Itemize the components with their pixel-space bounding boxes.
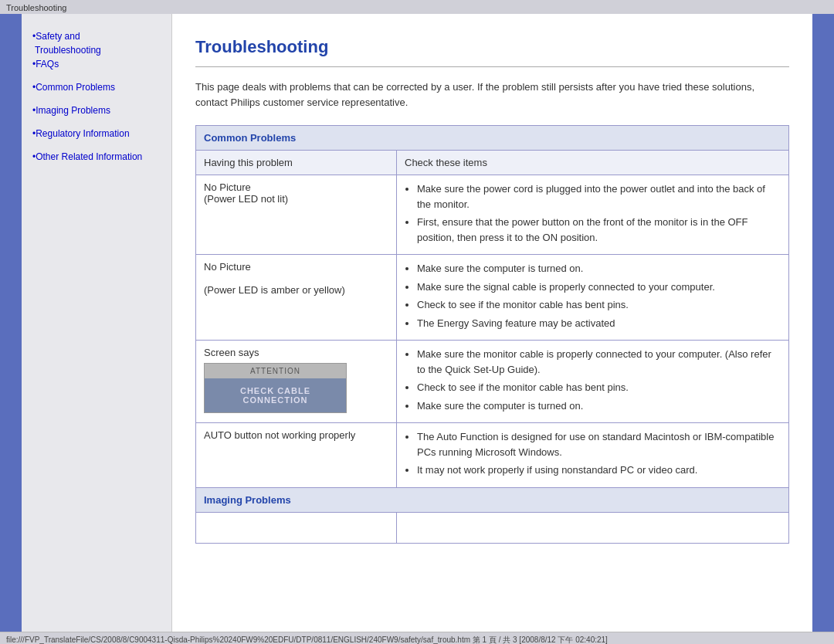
imaging-problems-section-header: Imaging Problems bbox=[196, 487, 789, 512]
solution-no-picture-led-amber: Make sure the computer is turned on. Mak… bbox=[397, 255, 789, 341]
column-header-row: Having this problem Check these items bbox=[196, 151, 789, 175]
sidebar-item-imaging-problems[interactable]: •Imaging Problems bbox=[32, 103, 164, 117]
sidebar: •Safety and Troubleshooting •FAQs •Commo… bbox=[22, 14, 172, 632]
table-row: No Picture(Power LED is amber or yellow)… bbox=[196, 255, 789, 341]
imaging-placeholder-problem bbox=[196, 512, 397, 543]
solution-check-cable: Make sure the monitor cable is properly … bbox=[397, 341, 789, 423]
sidebar-item-safety[interactable]: •Safety and Troubleshooting bbox=[32, 29, 164, 57]
problem-screen-says: Screen says ATTENTION CHECK CABLE CONNEC… bbox=[196, 341, 397, 423]
table-row: Screen says ATTENTION CHECK CABLE CONNEC… bbox=[196, 341, 789, 423]
sidebar-group-regulatory: •Regulatory Information bbox=[32, 127, 164, 141]
table-row: No Picture(Power LED not lit) Make sure … bbox=[196, 175, 789, 255]
right-accent-bar bbox=[812, 14, 834, 632]
status-bar-text: file:///FVP_TranslateFile/CS/2008/8/C900… bbox=[6, 636, 608, 644]
sidebar-group-safety: •Safety and Troubleshooting •FAQs bbox=[32, 29, 164, 71]
status-bar: file:///FVP_TranslateFile/CS/2008/8/C900… bbox=[0, 632, 834, 644]
common-problems-header-row: Common Problems bbox=[196, 126, 789, 151]
content-area: Troubleshooting This page deals with pro… bbox=[172, 14, 812, 632]
page-title: Troubleshooting bbox=[195, 37, 789, 57]
left-accent-bar bbox=[0, 14, 22, 632]
table-row: AUTO button not working properly The Aut… bbox=[196, 423, 789, 488]
col-header-solution: Check these items bbox=[397, 151, 789, 175]
problem-no-picture-led-amber: No Picture(Power LED is amber or yellow) bbox=[196, 255, 397, 341]
common-problems-section-header: Common Problems bbox=[196, 126, 789, 151]
browser-tab: Troubleshooting bbox=[0, 0, 834, 14]
problem-no-picture-led-off: No Picture(Power LED not lit) bbox=[196, 175, 397, 255]
imaging-problems-placeholder-row bbox=[196, 512, 789, 543]
problems-table: Common Problems Having this problem Chec… bbox=[195, 125, 789, 544]
col-header-problem: Having this problem bbox=[196, 151, 397, 175]
imaging-placeholder-solution bbox=[397, 512, 789, 543]
imaging-problems-header-row: Imaging Problems bbox=[196, 487, 789, 512]
sidebar-group-common: •Common Problems bbox=[32, 80, 164, 94]
title-divider bbox=[195, 66, 789, 67]
tab-title: Troubleshooting bbox=[6, 3, 66, 12]
intro-text: This page deals with problems that can b… bbox=[195, 80, 789, 110]
screen-says-label: Screen says bbox=[204, 347, 259, 358]
sidebar-item-faqs[interactable]: •FAQs bbox=[32, 57, 164, 71]
sidebar-item-regulatory[interactable]: •Regulatory Information bbox=[32, 127, 164, 141]
check-cable-label: CHECK CABLE CONNECTION bbox=[205, 378, 346, 412]
problem-auto-button: AUTO button not working properly bbox=[196, 423, 397, 488]
attention-box: ATTENTION CHECK CABLE CONNECTION bbox=[204, 363, 347, 413]
sidebar-item-other[interactable]: •Other Related Information bbox=[32, 150, 164, 164]
solution-auto-button: The Auto Function is designed for use on… bbox=[397, 423, 789, 488]
attention-header-label: ATTENTION bbox=[205, 364, 346, 378]
solution-no-picture-led-off: Make sure the power cord is plugged into… bbox=[397, 175, 789, 255]
sidebar-group-other: •Other Related Information bbox=[32, 150, 164, 164]
sidebar-item-common-problems[interactable]: •Common Problems bbox=[32, 80, 164, 94]
sidebar-group-imaging: •Imaging Problems bbox=[32, 103, 164, 117]
